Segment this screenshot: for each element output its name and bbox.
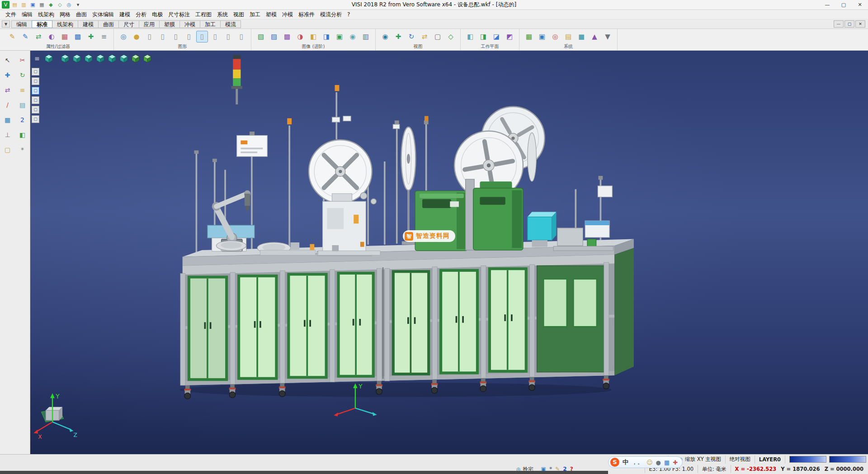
menu-item[interactable]: 视图 <box>231 11 247 19</box>
ribbon-tab[interactable]: 应用 <box>139 20 160 28</box>
plane-zx-icon[interactable]: ◪ <box>491 31 502 43</box>
shade-half-icon[interactable]: ◐ <box>46 31 57 43</box>
display-style-3-icon[interactable]: ▯ <box>170 31 182 43</box>
paint-icon[interactable]: ◧ <box>17 130 28 141</box>
menu-item[interactable]: 工程图 <box>193 11 214 19</box>
side-tool-2[interactable]: ▢ <box>32 77 39 85</box>
offset-icon[interactable]: ≡ <box>17 85 28 96</box>
side-tool-1[interactable]: ▢ <box>32 68 39 76</box>
ime-toolbox-icon[interactable]: ✚ <box>673 459 678 466</box>
ribbon-tab[interactable]: 加工 <box>200 20 221 28</box>
attr-pen-icon[interactable]: ✎ <box>19 31 31 43</box>
machine-3d-scene[interactable]: Y Y X Z <box>30 51 868 454</box>
rotate-icon[interactable]: ↻ <box>17 70 28 81</box>
view-cube-7[interactable] <box>118 53 129 64</box>
iso-view-icon[interactable]: ◇ <box>445 31 457 43</box>
options-icon[interactable]: * <box>17 145 28 156</box>
ribbon-tab[interactable]: 线架构 <box>52 20 78 28</box>
material-icon[interactable]: ▩ <box>281 31 293 43</box>
view-cube-5[interactable] <box>95 53 106 64</box>
zoom-fit-icon[interactable]: ✚ <box>392 31 404 43</box>
display-style-4-icon[interactable]: ▯ <box>183 31 195 43</box>
mdi-close-button[interactable]: ✕ <box>855 20 865 28</box>
print-icon[interactable]: ▦ <box>38 1 46 9</box>
side-tool-6[interactable]: ▢ <box>32 115 39 123</box>
menu-item[interactable]: 建模 <box>117 11 133 19</box>
mdi-restore-button[interactable]: ▢ <box>844 20 854 28</box>
minimize-button[interactable]: — <box>819 0 835 9</box>
menu-item[interactable]: 标准件 <box>296 11 317 19</box>
two-icon[interactable]: 2 <box>17 115 28 126</box>
new-file-icon[interactable]: ▤ <box>11 1 19 9</box>
plane-custom-icon[interactable]: ◩ <box>504 31 515 43</box>
menu-item[interactable]: 分析 <box>133 11 149 19</box>
ime-smiley-icon[interactable]: ☺ <box>646 459 653 466</box>
select-arrow-icon[interactable]: ↖ <box>2 55 13 66</box>
contrast-icon[interactable]: ◑ <box>294 31 306 43</box>
menu-item[interactable]: 网格 <box>57 11 73 19</box>
ime-mic-icon[interactable]: ● <box>656 459 661 466</box>
layers-icon[interactable]: ▦ <box>2 115 13 126</box>
save-icon[interactable]: ▣ <box>29 1 37 9</box>
menu-item[interactable]: 线架构 <box>35 11 57 19</box>
active-layer-label[interactable]: LAYER0 <box>759 456 781 463</box>
ime-punct-toggle[interactable]: ，。 <box>632 458 643 466</box>
filter-list-icon[interactable]: ≡ <box>98 31 110 43</box>
wire-cube-icon[interactable]: ◇ <box>56 1 64 9</box>
sheet-icon[interactable]: ▤ <box>17 100 28 111</box>
view-cube-4[interactable] <box>83 53 94 64</box>
display-style-5-icon[interactable]: ▯ <box>196 31 208 43</box>
window-view-icon[interactable]: ▢ <box>432 31 443 43</box>
view-target-icon[interactable]: ◉ <box>379 31 391 43</box>
mirror-icon[interactable]: ⇄ <box>2 85 13 96</box>
display-style-7-icon[interactable]: ▯ <box>222 31 234 43</box>
system-table-icon[interactable]: ▤ <box>562 31 574 43</box>
menu-item[interactable]: 冲模 <box>279 11 296 19</box>
ribbon-tab[interactable]: 尺寸 <box>118 20 139 28</box>
maximize-button[interactable]: ▢ <box>835 0 852 9</box>
menu-item[interactable]: 加工 <box>247 11 263 19</box>
display-style-6-icon[interactable]: ▯ <box>209 31 221 43</box>
plane-yz-icon[interactable]: ◨ <box>477 31 489 43</box>
world-icon[interactable]: ◎ <box>65 1 73 9</box>
menu-item[interactable]: 实体编辑 <box>90 11 117 19</box>
plane-xy-icon[interactable]: ◧ <box>464 31 476 43</box>
snapshot-icon[interactable]: ▣ <box>334 31 345 43</box>
menu-item[interactable]: 系统 <box>214 11 231 19</box>
layer-color-bar-1[interactable] <box>789 456 826 463</box>
menu-item[interactable]: 电极 <box>149 11 165 19</box>
layer-color-bar-2[interactable] <box>829 456 866 463</box>
filter-grid-icon[interactable]: ▦ <box>59 31 71 43</box>
menu-item[interactable]: 文件 <box>3 11 19 19</box>
side-tool-4[interactable]: ▢ <box>32 96 39 104</box>
menu-item[interactable]: 塑模 <box>263 11 279 19</box>
display-style-2-icon[interactable]: ▯ <box>157 31 169 43</box>
bands-icon[interactable]: ▥ <box>360 31 372 43</box>
texture-icon[interactable]: ▧ <box>255 31 267 43</box>
wireframe-icon[interactable]: ◎ <box>118 31 129 43</box>
menu-item[interactable]: 尺寸标注 <box>165 11 193 19</box>
open-file-icon[interactable]: ▥ <box>20 1 28 9</box>
shading-icon[interactable]: ▨ <box>268 31 280 43</box>
ribbon-tab[interactable]: 标准 <box>32 20 52 28</box>
system-grid-icon[interactable]: ▦ <box>523 31 535 43</box>
target-icon[interactable]: ◉ <box>347 31 359 43</box>
view-cube-2[interactable] <box>60 53 71 64</box>
close-button[interactable]: ✕ <box>852 0 868 9</box>
shaded-icon[interactable]: ● <box>131 31 142 43</box>
visi-logo[interactable]: V <box>2 1 9 9</box>
add-filter-icon[interactable]: ✚ <box>85 31 97 43</box>
ribbon-tab[interactable]: 模流 <box>220 20 241 28</box>
view-cube-1[interactable] <box>43 53 54 64</box>
mdi-minimize-button[interactable]: — <box>834 20 844 28</box>
view-cube-8[interactable] <box>130 53 141 64</box>
ribbon-tab[interactable]: 编辑 <box>11 20 32 28</box>
menu-item[interactable]: 编辑 <box>19 11 35 19</box>
solid-cube-icon[interactable]: ◆ <box>47 1 55 9</box>
hatch-filter-icon[interactable]: ▩ <box>72 31 84 43</box>
ribbon-tab[interactable]: 塑膜 <box>159 20 180 28</box>
view-cube-9[interactable] <box>142 53 153 64</box>
pan-view-icon[interactable]: ⇄ <box>419 31 430 43</box>
ribbon-tab[interactable]: 冲模 <box>179 20 200 28</box>
scissors-icon[interactable]: ✂ <box>17 55 28 66</box>
